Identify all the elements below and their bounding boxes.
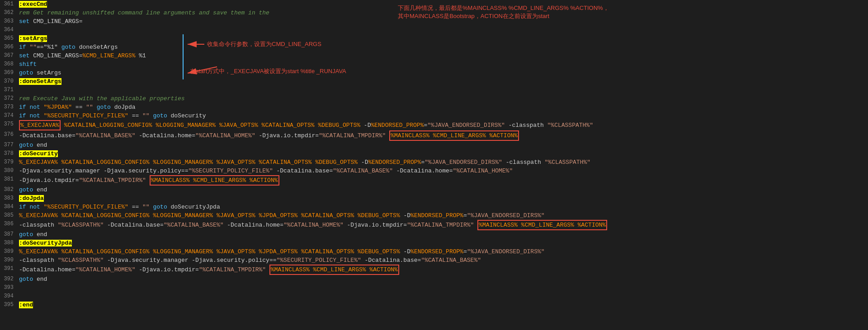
line-number: 391 [0, 265, 17, 273]
table-row: 393 [0, 284, 868, 292]
code-token: -Djava.security.manager -Djava.security.… [104, 257, 276, 264]
code-token: %CATALINA_OPTS% [301, 248, 354, 255]
line-number: 369 [0, 69, 17, 77]
table-row: 371 [0, 86, 868, 94]
line-number: 384 [0, 203, 17, 211]
code-token: %LOGGING_MANAGER% [156, 122, 216, 129]
code-token: %ENDORSED_PROP% [410, 248, 463, 255]
code-token: "%JAVA_ENDORSED_DIRS%" [467, 212, 545, 219]
code-token: -Djava.security.manager -Djava.security.… [19, 167, 188, 174]
line-content [17, 86, 868, 94]
table-row: 372rem Execute Java with the applicable … [0, 94, 868, 103]
code-token: -Dcatalina.home= [19, 266, 75, 273]
table-row: 392goto end [0, 275, 868, 284]
code-token: end [37, 276, 47, 283]
code-token: -Dcatalina.home= [393, 167, 453, 174]
line-content: set CMD_LINE_ARGS=%CMD_LINE_ARGS% %1 [17, 51, 868, 60]
table-row: 387goto end [0, 230, 868, 239]
code-token: "%CATALINA_BASE%" [164, 222, 224, 228]
code-token: :doSecurityJpda [19, 240, 72, 246]
code-token [386, 132, 389, 139]
line-number: 395 [0, 301, 17, 309]
code-token: set [19, 52, 33, 59]
line-number: 382 [0, 186, 17, 194]
line-content [17, 284, 868, 292]
line-number: 386 [0, 220, 17, 228]
line-content: if not "%JPDA%" == "" goto doJpda [17, 103, 868, 112]
code-token [255, 248, 259, 255]
code-token: %DEBUG_OPTS% [318, 122, 360, 129]
line-content: :doSecurity [17, 149, 868, 158]
table-row: 363set CMD_LINE_ARGS= [0, 17, 868, 26]
code-token: "%SECURITY_POLICY_FILE%" [44, 204, 128, 210]
code-token: %JAVA_OPTS% [217, 212, 255, 219]
code-token: %JPDA_OPTS% [259, 248, 298, 255]
table-row: 391-Dcatalina.home="%CATALINA_HOME%" -Dj… [0, 265, 868, 275]
code-token: "%CATALINA_BASE%" [75, 132, 136, 139]
line-content: :doJpda [17, 194, 868, 203]
line-content: -Dcatalina.home="%CATALINA_HOME%" -Djava… [17, 265, 868, 275]
table-row: 394 [0, 292, 868, 301]
line-content: %_EXECJAVA% %CATALINA_LOGGING_CONFIG% %L… [17, 211, 868, 220]
table-row: 366if ""=="%1" goto doneSetArgs [0, 43, 868, 51]
code-token: -Djava.io.tmpdir= [19, 177, 79, 184]
code-token: goto [19, 186, 37, 193]
line-content: goto end [17, 186, 868, 194]
code-token: CMD_LINE_ARGS= [33, 52, 82, 59]
line-content: -classpath "%CLASSPATH%" -Djava.security… [17, 256, 868, 265]
line-number: 374 [0, 112, 17, 120]
code-token: "%CATALINA_TMPDIR%" [407, 222, 474, 228]
table-row: 375%_EXECJAVA% %CATALINA_LOGGING_CONFIG%… [0, 120, 868, 130]
table-row: 378:doSecurity [0, 149, 868, 158]
line-number: 393 [0, 284, 17, 292]
line-content: if ""=="%1" goto doneSetArgs [17, 43, 868, 51]
line-number: 367 [0, 51, 17, 60]
table-row: 369goto setArgs [0, 69, 868, 77]
code-token: "" [29, 44, 37, 51]
code-token: -classpath [19, 222, 58, 228]
code-token [213, 159, 217, 166]
line-number: 390 [0, 256, 17, 265]
code-token: setArgs [37, 70, 61, 76]
code-token: "%CATALINA_HOME%" [75, 266, 136, 273]
code-token: goto [19, 142, 37, 149]
table-row: 376-Dcatalina.base="%CATALINA_BASE%" -Dc… [0, 130, 868, 141]
table-row: 384if not "%SECURITY_POLICY_FILE%" == ""… [0, 203, 868, 211]
code-token: goto [58, 44, 79, 51]
code-token [255, 212, 259, 219]
code-token: end [37, 186, 47, 193]
line-number: 362 [0, 9, 17, 17]
code-token: %JAVA_OPTS% [219, 122, 258, 129]
code-token: %ENDORSED_PROP% [371, 122, 424, 129]
table-row: 383:doJpda [0, 194, 868, 203]
table-row: 377goto end [0, 141, 868, 149]
code-token [58, 248, 61, 255]
code-token [58, 212, 61, 219]
code-token: = [463, 212, 467, 219]
line-number: 379 [0, 158, 17, 167]
code-token: %_EXECJAVA% [19, 120, 61, 130]
code-token: %CATALINA_OPTS% [262, 122, 315, 129]
code-token: %CATALINA_LOGGING_CONFIG% [64, 122, 152, 129]
table-row: 367set CMD_LINE_ARGS=%CMD_LINE_ARGS% %1 [0, 51, 868, 60]
code-token: if not [19, 104, 44, 111]
code-token: %CATALINA_OPTS% [301, 212, 354, 219]
code-token [61, 122, 64, 129]
table-row: 362rem Get remaining unshifted command l… [0, 9, 868, 17]
code-token: %MAINCLASS% %CMD_LINE_ARGS% %ACTION% [477, 220, 607, 230]
code-token: %CATALINA_LOGGING_CONFIG% [61, 248, 150, 255]
table-row: 365:setArgs [0, 34, 868, 43]
code-token [354, 212, 358, 219]
code-token: -classpath [505, 122, 547, 129]
code-token: goto [93, 104, 114, 111]
code-token: %LOGGING_MANAGER% [153, 212, 213, 219]
code-token: "%CLASSPATH%" [58, 257, 104, 264]
code-token: -Dcatalina.home= [224, 222, 284, 228]
code-token: "%JAVA_ENDORSED_DIRS%" [425, 159, 502, 166]
code-token: %CATALINA_LOGGING_CONFIG% [61, 212, 150, 219]
line-number: 381 [0, 175, 17, 184]
code-token: %ENDORSED_PROP% [368, 159, 421, 166]
code-token: "" [142, 204, 150, 210]
code-token: =="%1" [37, 44, 58, 51]
code-token: :doneSetArgs [19, 78, 61, 85]
